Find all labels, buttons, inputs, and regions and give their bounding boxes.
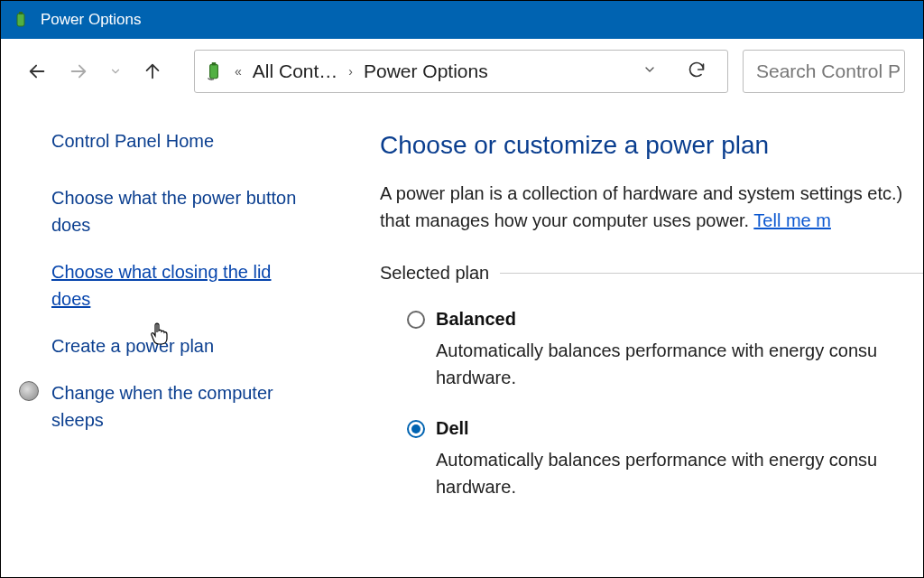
plan-name-balanced: Balanced: [436, 309, 516, 330]
plan-desc-balanced: Automatically balances performance with …: [436, 337, 923, 391]
search-placeholder: Search Control P: [756, 61, 901, 82]
up-button[interactable]: [134, 53, 171, 89]
refresh-button[interactable]: [675, 61, 718, 82]
sidebar-link-sleep[interactable]: Change when the computer sleeps: [51, 379, 308, 434]
sidebar-link-closing-lid[interactable]: Choose what closing the lid does: [51, 258, 308, 312]
svg-rect-0: [17, 14, 24, 26]
selected-plan-label: Selected plan: [380, 263, 489, 284]
plan-desc-dell: Automatically balances performance with …: [436, 446, 923, 500]
svg-rect-3: [212, 62, 216, 65]
sidebar: Control Panel Home Choose what the power…: [1, 131, 335, 577]
battery-plug-icon: [204, 61, 224, 81]
titlebar: Power Options: [1, 1, 923, 39]
back-button[interactable]: [19, 53, 55, 89]
main-panel: Choose or customize a power plan A power…: [335, 131, 923, 577]
forward-button[interactable]: [60, 53, 97, 89]
plan-name-dell: Dell: [436, 418, 469, 439]
page-description: A power plan is a collection of hardware…: [380, 180, 923, 234]
navigation-bar: « All Cont… › Power Options Search Contr…: [1, 39, 923, 104]
svg-rect-2: [210, 64, 218, 78]
search-input[interactable]: Search Control P: [743, 50, 905, 93]
sidebar-link-create-plan[interactable]: Create a power plan: [51, 332, 308, 359]
chevron-left-double-icon[interactable]: «: [231, 64, 245, 79]
plan-dell: Dell Automatically balances performance …: [407, 418, 923, 500]
sidebar-link-power-button[interactable]: Choose what the power button does: [51, 184, 308, 238]
window-title: Power Options: [41, 11, 142, 29]
content-area: Control Panel Home Choose what the power…: [1, 104, 923, 577]
breadcrumb-segment-1[interactable]: All Cont…: [253, 61, 338, 82]
radio-dell[interactable]: [407, 420, 425, 438]
breadcrumb-segment-2[interactable]: Power Options: [364, 61, 488, 82]
address-dropdown[interactable]: [632, 62, 668, 80]
chevron-right-icon: ›: [345, 64, 356, 79]
history-dropdown[interactable]: [102, 53, 129, 89]
selected-plan-group: Selected plan: [380, 263, 923, 284]
svg-rect-1: [19, 12, 23, 14]
address-bar[interactable]: « All Cont… › Power Options: [194, 50, 728, 93]
page-heading: Choose or customize a power plan: [380, 131, 923, 160]
divider: [500, 273, 923, 274]
plan-balanced: Balanced Automatically balances performa…: [407, 309, 923, 391]
battery-icon: [12, 11, 30, 29]
control-panel-home-link[interactable]: Control Panel Home: [51, 131, 308, 152]
tell-me-more-link[interactable]: Tell me m: [753, 210, 831, 230]
moon-icon: [19, 381, 39, 401]
radio-balanced[interactable]: [407, 311, 425, 329]
